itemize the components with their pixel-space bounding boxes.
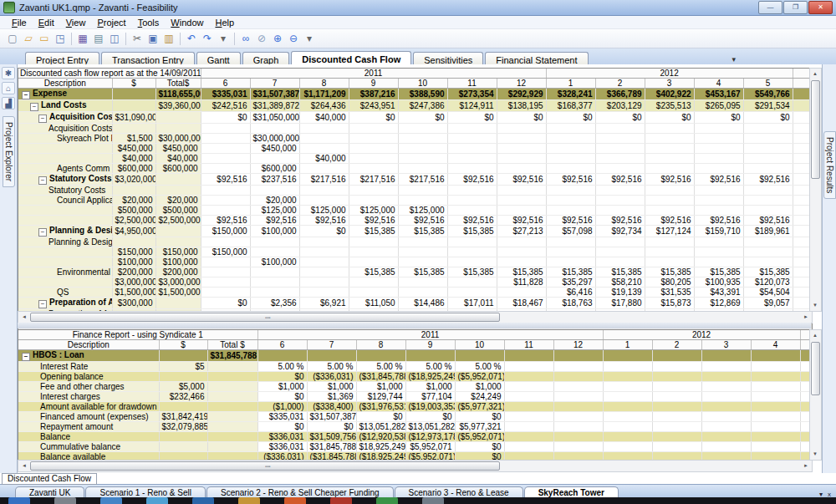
cell-amount[interactable] <box>207 392 257 402</box>
cell-month-value[interactable]: $92,516 <box>349 216 398 226</box>
cell-description[interactable]: Amount available for drawdown <box>18 402 159 412</box>
cell-month-value[interactable]: $387,216 <box>349 89 398 100</box>
cell-month-value[interactable]: $217,516 <box>349 174 398 186</box>
cell-amount[interactable] <box>155 124 201 134</box>
cell-month-value[interactable] <box>504 402 553 412</box>
menu-edit[interactable]: Edit <box>33 18 59 28</box>
cell-month-value[interactable] <box>356 350 405 362</box>
cell-month-value[interactable] <box>743 124 793 134</box>
cell-month-value[interactable]: $0 <box>405 412 455 422</box>
cell-description[interactable]: Environmental Plan <box>18 267 112 277</box>
cell-month-value[interactable] <box>201 237 250 247</box>
scroll-right-icon[interactable]: ► <box>801 461 811 470</box>
cell-month-value[interactable] <box>497 288 546 298</box>
cell-month-value[interactable] <box>349 144 398 154</box>
cell-month-value[interactable]: $273,354 <box>447 89 497 100</box>
cell-month-value[interactable] <box>201 196 250 206</box>
table-row[interactable]: −HBOS : Loan$31,845,788 <box>18 350 812 362</box>
cell-month-value[interactable] <box>751 402 800 412</box>
cell-month-value[interactable] <box>595 186 645 196</box>
cell-description[interactable] <box>18 154 112 164</box>
cell-month-value[interactable]: $150,000 <box>201 226 250 237</box>
cell-month-value[interactable] <box>701 432 751 442</box>
scenario-tab-scenario-3-reno-lease[interactable]: Scenario 3 - Reno & Lease <box>395 486 523 498</box>
cell-amount[interactable]: $150,000 <box>155 247 201 257</box>
table-row[interactable]: −Expense$118,655,000$335,031$31,507,387$… <box>18 89 812 100</box>
cell-amount[interactable]: $3,020,000 <box>112 174 155 186</box>
cell-month-value[interactable] <box>447 277 497 288</box>
cell-description[interactable]: Acquisition Costs <box>18 124 112 134</box>
cell-month-value[interactable]: ($1,000) <box>257 402 307 412</box>
cell-month-value[interactable] <box>447 186 497 196</box>
cell-month-value[interactable]: $31,507,387 <box>307 412 356 422</box>
scrollbar-thumb[interactable]: ▪▪▪ <box>30 461 500 471</box>
tools-icon[interactable]: ✱ <box>2 67 15 79</box>
cell-month-value[interactable]: $92,516 <box>497 216 546 226</box>
cell-month-value[interactable]: $243,951 <box>349 100 398 112</box>
cell-month-value[interactable]: $92,516 <box>497 174 546 186</box>
cell-month-value[interactable]: $15,385 <box>349 226 398 237</box>
cell-month-value[interactable] <box>349 257 398 267</box>
cell-amount[interactable] <box>207 422 257 432</box>
cell-month-value[interactable] <box>497 144 546 154</box>
cell-month-value[interactable]: $11,050 <box>349 298 398 309</box>
cell-description[interactable]: −Expense <box>18 89 112 100</box>
cell-month-value[interactable] <box>652 442 701 452</box>
cell-month-value[interactable]: ($18,925,249) <box>405 372 455 382</box>
cell-month-value[interactable]: $159,710 <box>694 226 743 237</box>
month-column-header[interactable]: 1 <box>546 79 595 89</box>
cell-month-value[interactable] <box>546 237 595 247</box>
cell-month-value[interactable] <box>603 362 652 372</box>
table-row[interactable]: $450,000$450,000$450,000 <box>18 144 812 154</box>
cell-amount[interactable]: $1,500,000 <box>112 288 155 298</box>
cell-month-value[interactable]: $92,516 <box>694 174 743 186</box>
cell-amount[interactable]: $40,000 <box>155 154 201 164</box>
table-row[interactable]: −Statutory Costs$3,020,000$92,516$237,51… <box>18 174 812 186</box>
cell-month-value[interactable]: $13,051,282 <box>405 422 455 432</box>
cell-amount[interactable]: $600,000 <box>155 164 201 174</box>
cell-month-value[interactable]: ($31,845,788) <box>356 372 405 382</box>
cell-month-value[interactable] <box>743 196 793 206</box>
cell-month-value[interactable]: $0 <box>497 112 546 124</box>
cell-month-value[interactable]: ($5,952,071) <box>455 432 504 442</box>
cell-month-value[interactable] <box>447 124 497 134</box>
cell-month-value[interactable]: $80,205 <box>645 277 694 288</box>
cell-month-value[interactable]: $5,952,071 <box>405 442 455 452</box>
month-column-header[interactable]: 12 <box>497 79 546 89</box>
restore-button[interactable]: ❐ <box>783 1 808 14</box>
menu-help[interactable]: Help <box>210 18 239 28</box>
cell-month-value[interactable] <box>694 154 743 164</box>
month-column-header[interactable]: 11 <box>447 79 497 89</box>
collapse-icon[interactable]: − <box>38 176 47 185</box>
cell-month-value[interactable] <box>645 134 694 144</box>
table-row[interactable]: $3,000,000$3,000,000$11,828$35,297$58,21… <box>18 277 812 288</box>
collapse-icon[interactable]: − <box>38 228 47 237</box>
cell-month-value[interactable]: $150,000 <box>201 247 250 257</box>
cell-amount[interactable]: $3,000,000 <box>155 277 201 288</box>
cell-amount[interactable] <box>155 174 201 186</box>
cell-amount[interactable] <box>112 237 155 247</box>
cell-month-value[interactable]: $127,124 <box>645 226 694 237</box>
cell-month-value[interactable]: $13,051,282 <box>356 422 405 432</box>
cell-description[interactable]: QS <box>18 288 112 298</box>
project-results-tab[interactable]: Project Results <box>823 131 836 199</box>
cell-month-value[interactable] <box>603 442 652 452</box>
cell-month-value[interactable] <box>497 247 546 257</box>
cell-month-value[interactable]: $6,416 <box>546 288 595 298</box>
table-row[interactable]: Fee and other charges$5,000$1,000$1,000$… <box>18 382 812 392</box>
menu-project[interactable]: Project <box>92 18 130 28</box>
finance-vertical-scrollbar[interactable]: ▲ ▼ <box>809 329 822 461</box>
cell-month-value[interactable] <box>447 206 497 216</box>
table-row[interactable]: $150,000$150,000$150,000 <box>18 247 812 257</box>
cell-month-value[interactable] <box>603 372 652 382</box>
toolbar-overflow-icon[interactable]: ▾ <box>216 31 231 46</box>
cell-month-value[interactable] <box>299 257 349 267</box>
cell-amount[interactable]: $450,000 <box>155 144 201 154</box>
cell-month-value[interactable]: $24,249 <box>455 392 504 402</box>
month-column-header[interactable]: 10 <box>455 340 504 350</box>
month-column-header[interactable]: 2 <box>652 340 701 350</box>
cell-month-value[interactable] <box>546 196 595 206</box>
cell-month-value[interactable] <box>201 288 250 298</box>
cell-month-value[interactable] <box>553 382 603 392</box>
cell-month-value[interactable]: $31,389,872 <box>250 100 299 112</box>
